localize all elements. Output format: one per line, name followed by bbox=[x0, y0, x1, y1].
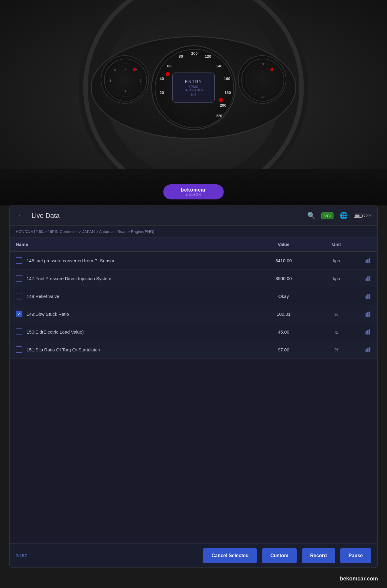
row-action[interactable] bbox=[359, 323, 377, 341]
checkbox-cell: 149:Dbw Stuck Ratio bbox=[16, 311, 247, 317]
svg-text:C: C bbox=[262, 95, 264, 98]
table-row: 148:Relief ValveOkay bbox=[10, 287, 377, 305]
table-row: 151:Slip Ratio Of Torq Or Startclutch97.… bbox=[10, 341, 377, 359]
svg-text:160: 160 bbox=[224, 76, 230, 81]
checkbox-cell: 146:fuel pressure converted from Pf Sens… bbox=[16, 257, 247, 264]
right-gauge: H C bbox=[238, 55, 286, 104]
svg-text:2: 2 bbox=[109, 79, 111, 82]
left-gauge: 8 4 2 6 3 7 bbox=[101, 55, 149, 104]
row-action[interactable] bbox=[359, 305, 377, 323]
svg-text:40: 40 bbox=[160, 76, 164, 81]
cancel-selected-button[interactable]: Cancel Selected bbox=[203, 548, 257, 563]
svg-rect-43 bbox=[366, 349, 367, 352]
data-table-container[interactable]: Name Value Unit 146:fuel pressure conver… bbox=[10, 237, 377, 525]
graph-icon[interactable] bbox=[365, 257, 371, 263]
svg-rect-38 bbox=[367, 312, 369, 317]
row-name-cell: 151:Slip Ratio Of Torq Or Startclutch bbox=[10, 341, 253, 359]
battery-fill bbox=[355, 215, 359, 217]
svg-text:80: 80 bbox=[179, 54, 183, 59]
vci-badge: VCI bbox=[321, 212, 333, 219]
row-checkbox[interactable] bbox=[16, 346, 22, 353]
battery-percent: 72% bbox=[363, 214, 371, 218]
svg-text:3: 3 bbox=[114, 69, 115, 72]
svg-rect-29 bbox=[367, 259, 369, 263]
row-label: 151:Slip Ratio Of Torq Or Startclutch bbox=[27, 347, 100, 352]
table-row: 149:Dbw Stuck Ratio100.01% bbox=[10, 305, 377, 323]
svg-point-24 bbox=[246, 63, 279, 97]
speedometer: 100 120 140 160 180 200 220 80 60 40 20 … bbox=[151, 45, 236, 130]
row-value: 3410.00 bbox=[253, 251, 314, 270]
back-arrow-icon: ← bbox=[18, 212, 24, 220]
graph-icon[interactable] bbox=[365, 275, 371, 281]
graph-icon[interactable] bbox=[365, 293, 371, 299]
svg-text:8: 8 bbox=[125, 68, 126, 72]
row-action[interactable] bbox=[359, 287, 377, 305]
svg-rect-45 bbox=[369, 347, 370, 352]
record-button[interactable]: Record bbox=[302, 548, 335, 563]
svg-text:140: 140 bbox=[216, 64, 223, 68]
row-action[interactable] bbox=[359, 251, 377, 270]
header-icons: 🔍 VCI 🌐 72% bbox=[307, 212, 371, 220]
pause-button[interactable]: Pause bbox=[340, 548, 371, 563]
device-panel: ← Live Data 🔍 VCI 🌐 72% HONDA V12.50 > 1… bbox=[9, 205, 378, 568]
row-action[interactable] bbox=[359, 270, 377, 287]
brand-name: bekomcar bbox=[181, 187, 206, 193]
checkbox-cell: 147:Fuel Pressure Direct Injection Syste… bbox=[16, 275, 247, 282]
breadcrumb-text: HONDA V12.50 > 16PIN Connector > JAPAN >… bbox=[16, 229, 154, 234]
table-body: 146:fuel pressure converted from Pf Sens… bbox=[10, 251, 377, 359]
row-value: 45.00 bbox=[253, 323, 314, 341]
watermark: bekomcar.com bbox=[340, 576, 378, 582]
custom-button[interactable]: Custom bbox=[262, 548, 297, 563]
row-checkbox[interactable] bbox=[16, 311, 22, 317]
globe-icon[interactable]: 🌐 bbox=[340, 212, 348, 220]
svg-text:100: 100 bbox=[191, 51, 198, 56]
row-label: 146:fuel pressure converted from Pf Sens… bbox=[27, 258, 114, 263]
svg-rect-42 bbox=[369, 329, 370, 334]
col-header-name: Name bbox=[10, 237, 253, 251]
row-value: 3500.00 bbox=[253, 270, 314, 287]
row-name-cell: 147:Fuel Pressure Direct Injection Syste… bbox=[10, 270, 253, 287]
dashboard-cluster: 8 4 2 6 3 7 100 120 140 160 180 200 220 … bbox=[91, 36, 296, 139]
col-header-value: Value bbox=[253, 237, 314, 251]
row-checkbox[interactable] bbox=[16, 293, 22, 299]
graph-icon[interactable] bbox=[365, 311, 371, 317]
svg-rect-31 bbox=[366, 278, 367, 281]
live-data-table: Name Value Unit 146:fuel pressure conver… bbox=[10, 237, 377, 359]
row-unit: kpa bbox=[314, 270, 359, 287]
breadcrumb: HONDA V12.50 > 16PIN Connector > JAPAN >… bbox=[10, 226, 377, 237]
row-label: 147:Fuel Pressure Direct Injection Syste… bbox=[27, 276, 111, 281]
svg-text:200: 200 bbox=[220, 103, 226, 108]
table-row: 150:Eld(Electric Load Value)45.00a bbox=[10, 323, 377, 341]
checkbox-cell: 148:Relief Valve bbox=[16, 293, 247, 299]
bekomcar-logo-bar: bekomcar 전진&베콤카 bbox=[163, 184, 224, 199]
row-unit: a bbox=[314, 323, 359, 341]
row-checkbox[interactable] bbox=[16, 257, 22, 264]
search-icon[interactable]: 🔍 bbox=[307, 212, 315, 220]
table-header: Name Value Unit bbox=[10, 237, 377, 251]
svg-text:6: 6 bbox=[140, 79, 141, 82]
graph-icon[interactable] bbox=[365, 347, 371, 353]
svg-rect-34 bbox=[366, 296, 367, 299]
row-value: 100.01 bbox=[253, 305, 314, 323]
row-action[interactable] bbox=[359, 341, 377, 359]
row-value: Okay bbox=[253, 287, 314, 305]
page-title: Live Data bbox=[31, 212, 302, 220]
svg-text:H: H bbox=[262, 63, 264, 66]
svg-rect-33 bbox=[369, 276, 370, 281]
battery-indicator: 72% bbox=[354, 214, 371, 218]
svg-text:20: 20 bbox=[160, 90, 164, 95]
row-checkbox[interactable] bbox=[16, 275, 22, 282]
svg-point-8 bbox=[133, 68, 136, 71]
svg-rect-28 bbox=[366, 260, 367, 263]
svg-rect-30 bbox=[369, 258, 370, 263]
row-name-cell: 149:Dbw Stuck Ratio bbox=[10, 305, 253, 323]
svg-point-21 bbox=[166, 72, 170, 76]
checkbox-cell: 150:Eld(Electric Load Value) bbox=[16, 328, 247, 335]
back-button[interactable]: ← bbox=[16, 210, 27, 221]
svg-text:60: 60 bbox=[167, 64, 171, 68]
row-checkbox[interactable] bbox=[16, 328, 22, 335]
svg-text:180: 180 bbox=[224, 90, 231, 95]
svg-point-22 bbox=[219, 98, 223, 102]
graph-icon[interactable] bbox=[365, 329, 371, 335]
svg-rect-41 bbox=[367, 330, 369, 334]
